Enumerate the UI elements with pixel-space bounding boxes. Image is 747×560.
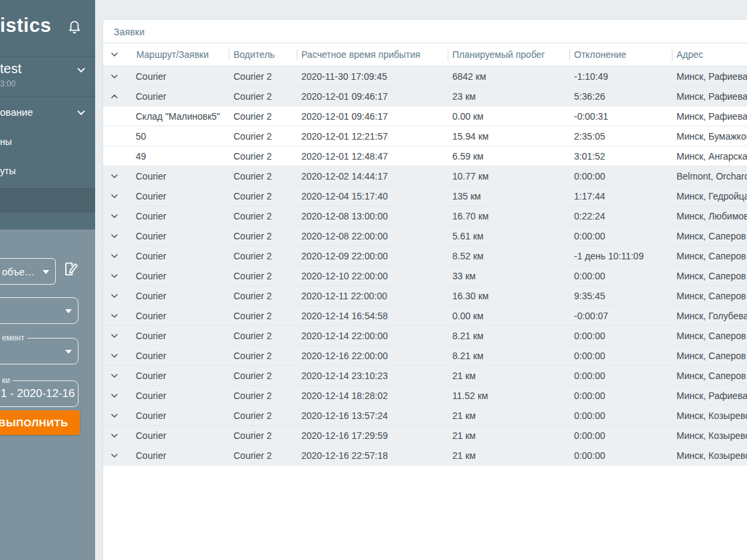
- table-row[interactable]: Склад "Малиновк5" Courier 2 2020-12-01 0…: [103, 106, 747, 126]
- notifications-bell-icon[interactable]: [66, 19, 83, 36]
- card-toolbar: Заявки: [103, 20, 747, 43]
- table-row[interactable]: Courier Courier 2 2020-12-16 22:00:00 8.…: [103, 346, 747, 366]
- table-row[interactable]: Courier Courier 2 2020-12-16 17:29:59 21…: [103, 426, 747, 446]
- chevron-down-icon: [109, 331, 120, 341]
- cell-driver: Courier 2: [229, 390, 297, 401]
- cell-address: Минск, Рафиева у: [672, 111, 747, 122]
- row-expander[interactable]: [103, 426, 132, 446]
- main-area: Заявки Маршрут/Заявки Водитель Расчетное…: [95, 0, 747, 560]
- edit-note-icon[interactable]: [61, 260, 80, 280]
- cell-mileage: 6842 км: [448, 71, 569, 82]
- cell-route: Courier: [132, 311, 229, 321]
- cell-mileage: 21 км: [448, 410, 569, 421]
- cell-route: Courier: [132, 390, 229, 401]
- row-expander[interactable]: [103, 386, 132, 406]
- cell-route: 50: [132, 131, 229, 142]
- cell-route: Courier: [132, 191, 229, 202]
- cell-route: Courier: [132, 370, 229, 381]
- row-expander[interactable]: [103, 286, 132, 306]
- object-select-value: объе…: [2, 266, 35, 277]
- sidebar-item-label: уты: [0, 166, 15, 176]
- row-expander: [103, 146, 132, 166]
- chevron-down-icon: [109, 350, 120, 361]
- row-expander[interactable]: [103, 186, 132, 206]
- row-expander[interactable]: [103, 166, 132, 186]
- cell-address: Минск, Саперов у: [672, 231, 747, 241]
- cell-eta: 2020-12-14 18:28:02: [297, 390, 448, 401]
- row-expander[interactable]: [103, 226, 132, 246]
- page-title: Заявки: [114, 27, 144, 37]
- sidebar-section-planning[interactable]: ование: [0, 96, 95, 128]
- table-row[interactable]: Courier Courier 2 2020-12-14 16:54:58 0.…: [103, 306, 747, 326]
- header-expander-cell[interactable]: [103, 43, 132, 67]
- row-expander[interactable]: [103, 326, 132, 346]
- cell-deviation: 0:00:00: [569, 350, 672, 361]
- cell-deviation: 5:36:26: [569, 91, 672, 102]
- row-expander[interactable]: [103, 406, 132, 426]
- object-select[interactable]: объе…: [0, 258, 56, 285]
- cell-eta: 2020-12-14 23:10:23: [297, 370, 448, 381]
- cell-deviation: 0:00:00: [569, 171, 672, 182]
- cell-address: Минск, Саперов у: [672, 370, 747, 381]
- cell-mileage: 21 км: [448, 370, 569, 381]
- row-expander[interactable]: [103, 346, 132, 366]
- cell-driver: Courier 2: [229, 91, 297, 102]
- cell-mileage: 23 км: [448, 91, 569, 102]
- table-row[interactable]: Courier Courier 2 2020-12-14 23:10:23 21…: [103, 366, 747, 386]
- cell-eta: 2020-11-30 17:09:45: [297, 71, 448, 82]
- run-button[interactable]: ВЫПОЛНИТЬ: [0, 410, 80, 435]
- cell-deviation: 1:17:44: [569, 191, 672, 202]
- table-row[interactable]: Courier Courier 2 2020-12-04 15:17:40 13…: [103, 186, 747, 206]
- caret-down-icon: [65, 309, 72, 313]
- table-row[interactable]: Courier Courier 2 2020-12-16 22:57:18 21…: [103, 446, 747, 466]
- table-row[interactable]: 49 Courier 2 2020-12-01 12:48:47 6.59 км…: [103, 146, 747, 166]
- table-row[interactable]: Courier Courier 2 2020-12-08 22:00:00 5.…: [103, 226, 747, 246]
- cell-mileage: 11.52 км: [448, 390, 569, 401]
- chevron-down-icon: [109, 450, 120, 461]
- cell-deviation: 0:00:00: [569, 450, 672, 461]
- filter-select-element[interactable]: емент: [0, 338, 78, 364]
- cell-address: Минск, Рафиева у: [672, 390, 747, 401]
- table-row[interactable]: Courier Courier 2 2020-12-01 09:46:17 23…: [103, 86, 747, 106]
- cell-driver: Courier 2: [229, 291, 297, 301]
- date-range-field[interactable]: ки 1 - 2020-12-16: [0, 380, 78, 407]
- cell-deviation: 0:00:00: [569, 370, 672, 381]
- cell-driver: Courier 2: [229, 191, 297, 202]
- cell-route: Courier: [132, 231, 229, 241]
- table-row[interactable]: Courier Courier 2 2020-12-11 22:00:00 16…: [103, 286, 747, 306]
- table-row[interactable]: Courier Courier 2 2020-12-14 18:28:02 11…: [103, 386, 747, 406]
- expander-icon: [109, 111, 120, 122]
- row-expander[interactable]: [103, 67, 132, 86]
- row-expander[interactable]: [103, 86, 132, 106]
- account-switcher[interactable]: test 3:00: [0, 57, 95, 96]
- cell-eta: 2020-12-02 14:44:17: [297, 171, 448, 182]
- table-row[interactable]: Courier Courier 2 2020-12-14 22:00:00 8.…: [103, 326, 747, 346]
- table-row[interactable]: Courier Courier 2 2020-12-10 22:00:00 33…: [103, 266, 747, 286]
- table-row[interactable]: 50 Courier 2 2020-12-01 12:21:57 15.94 к…: [103, 126, 747, 146]
- cell-address: Минск, Козыревс: [672, 410, 747, 421]
- sidebar-item-routes[interactable]: уты: [0, 157, 95, 186]
- cell-mileage: 8.21 км: [448, 331, 569, 341]
- account-name: test: [0, 61, 21, 76]
- filter-select-1[interactable]: [0, 297, 78, 324]
- row-expander[interactable]: [103, 246, 132, 266]
- row-expander[interactable]: [103, 266, 132, 286]
- row-expander[interactable]: [103, 206, 132, 226]
- sidebar-item-machines[interactable]: ны: [0, 128, 95, 157]
- cell-eta: 2020-12-14 22:00:00: [297, 331, 448, 341]
- cell-address: Минск, Бумажков: [672, 131, 747, 142]
- table-row[interactable]: Courier Courier 2 2020-12-16 13:57:24 21…: [103, 406, 747, 426]
- row-expander[interactable]: [103, 306, 132, 326]
- chevron-down-icon: [74, 105, 88, 120]
- table-row[interactable]: Courier Courier 2 2020-11-30 17:09:45 68…: [103, 67, 747, 86]
- table-row[interactable]: Courier Courier 2 2020-12-02 14:44:17 10…: [103, 166, 747, 186]
- cell-route: Courier: [132, 271, 229, 281]
- date-range-label: ки: [0, 376, 13, 385]
- cell-route: Courier: [132, 450, 229, 461]
- table-row[interactable]: Courier Courier 2 2020-12-09 22:00:00 8.…: [103, 246, 747, 266]
- table-row[interactable]: Courier Courier 2 2020-12-08 13:00:00 16…: [103, 206, 747, 226]
- chevron-down-icon: [109, 251, 120, 261]
- row-expander[interactable]: [103, 446, 132, 466]
- row-expander[interactable]: [103, 366, 132, 386]
- sidebar-highlight-band[interactable]: [0, 188, 95, 212]
